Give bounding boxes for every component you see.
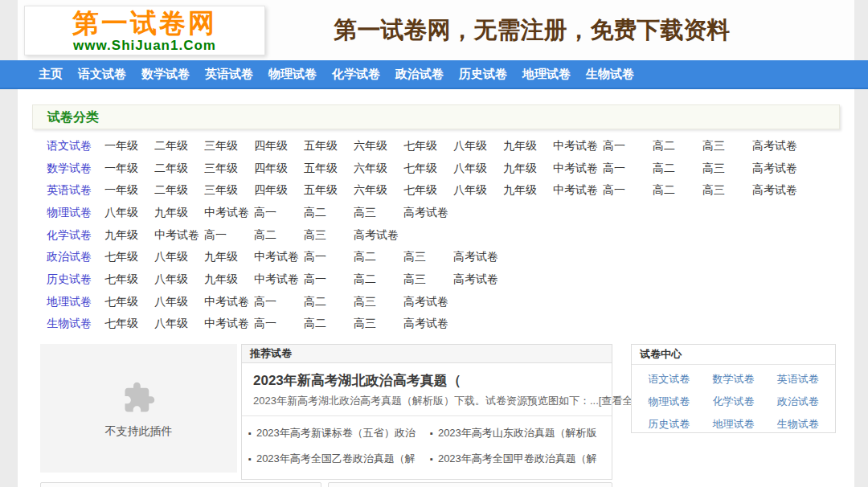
category-link-8-6[interactable]: 高考试卷	[403, 317, 453, 331]
category-link-5-5[interactable]: 高二	[354, 250, 403, 264]
category-link-1-11[interactable]: 高二	[653, 162, 702, 176]
paper-center-link-5[interactable]: 政治试卷	[766, 391, 830, 413]
category-link-1-0[interactable]: 一年级	[104, 162, 154, 176]
category-link-1-12[interactable]: 高三	[702, 162, 752, 176]
category-link-0-11[interactable]: 高二	[653, 139, 702, 153]
category-link-0-3[interactable]: 四年级	[254, 139, 304, 153]
category-link-6-1[interactable]: 八年级	[154, 272, 204, 287]
nav-item-3[interactable]: 英语试卷	[205, 60, 253, 88]
category-link-0-7[interactable]: 八年级	[453, 139, 503, 153]
category-link-3-5[interactable]: 高三	[354, 206, 403, 220]
nav-item-2[interactable]: 数学试卷	[141, 60, 190, 88]
recommended-article-title[interactable]: 2023年新高考湖北政治高考真题（	[253, 371, 604, 390]
category-label-8[interactable]: 生物试卷	[47, 317, 104, 331]
category-link-0-9[interactable]: 中考试卷	[553, 139, 603, 153]
category-link-1-1[interactable]: 二年级	[154, 162, 204, 176]
recommended-item-2[interactable]: 2023年高考全国乙卷政治真题（解	[248, 452, 430, 466]
category-link-6-7[interactable]: 高考试卷	[453, 272, 503, 287]
category-link-3-0[interactable]: 八年级	[104, 206, 154, 220]
nav-item-4[interactable]: 物理试卷	[268, 60, 317, 88]
category-link-3-6[interactable]: 高考试卷	[403, 206, 453, 220]
category-link-5-2[interactable]: 九年级	[204, 250, 254, 264]
nav-item-9[interactable]: 生物试卷	[586, 60, 634, 88]
category-link-6-4[interactable]: 高一	[304, 272, 354, 287]
category-link-8-1[interactable]: 八年级	[154, 317, 204, 331]
category-link-5-0[interactable]: 七年级	[104, 250, 154, 264]
category-link-2-10[interactable]: 高一	[603, 183, 653, 198]
category-link-6-3[interactable]: 中考试卷	[254, 272, 304, 287]
category-link-4-4[interactable]: 高三	[304, 228, 354, 243]
category-label-3[interactable]: 物理试卷	[47, 206, 104, 220]
category-link-7-5[interactable]: 高三	[354, 295, 403, 309]
category-link-0-10[interactable]: 高一	[603, 139, 653, 153]
category-link-4-2[interactable]: 高一	[204, 228, 254, 243]
nav-item-1[interactable]: 语文试卷	[78, 60, 126, 88]
paper-center-link-2[interactable]: 英语试卷	[766, 368, 830, 391]
category-label-2[interactable]: 英语试卷	[47, 183, 104, 198]
category-link-2-13[interactable]: 高考试卷	[752, 183, 802, 198]
category-link-5-4[interactable]: 高一	[304, 250, 354, 264]
category-link-7-3[interactable]: 高一	[254, 295, 304, 309]
category-link-4-1[interactable]: 中考试卷	[154, 228, 204, 243]
category-link-1-4[interactable]: 五年级	[304, 162, 354, 176]
category-link-1-3[interactable]: 四年级	[254, 162, 304, 176]
category-link-6-2[interactable]: 九年级	[204, 272, 254, 287]
category-link-3-2[interactable]: 中考试卷	[204, 206, 254, 220]
category-link-2-8[interactable]: 九年级	[503, 183, 553, 198]
nav-item-6[interactable]: 政治试卷	[395, 60, 444, 88]
category-link-0-1[interactable]: 二年级	[154, 139, 204, 153]
category-link-0-8[interactable]: 九年级	[503, 139, 553, 153]
paper-center-link-3[interactable]: 物理试卷	[637, 391, 701, 413]
category-label-1[interactable]: 数学试卷	[47, 162, 104, 176]
category-link-6-6[interactable]: 高三	[403, 272, 453, 287]
paper-center-link-7[interactable]: 地理试卷	[701, 413, 765, 436]
category-link-5-7[interactable]: 高考试卷	[453, 250, 503, 264]
category-link-2-7[interactable]: 八年级	[453, 183, 503, 198]
nav-item-7[interactable]: 历史试卷	[459, 60, 507, 88]
category-link-0-12[interactable]: 高三	[702, 139, 752, 153]
category-link-3-1[interactable]: 九年级	[154, 206, 204, 220]
category-link-1-13[interactable]: 高考试卷	[752, 162, 802, 176]
category-link-0-2[interactable]: 三年级	[204, 139, 254, 153]
category-link-0-4[interactable]: 五年级	[304, 139, 354, 153]
category-label-4[interactable]: 化学试卷	[47, 228, 104, 243]
recommended-item-0[interactable]: 2023年高考新课标卷（五省）政治	[248, 426, 430, 440]
paper-center-link-0[interactable]: 语文试卷	[637, 368, 701, 391]
category-link-8-3[interactable]: 高一	[254, 317, 304, 331]
category-link-8-5[interactable]: 高三	[354, 317, 403, 331]
recommended-item-1[interactable]: 2023年高考山东政治真题（解析版	[430, 426, 612, 440]
category-link-4-3[interactable]: 高二	[254, 228, 304, 243]
category-link-7-2[interactable]: 中考试卷	[204, 295, 254, 309]
nav-item-5[interactable]: 化学试卷	[332, 60, 380, 88]
nav-item-8[interactable]: 地理试卷	[522, 60, 571, 88]
category-link-2-9[interactable]: 中考试卷	[553, 183, 603, 198]
paper-center-link-1[interactable]: 数学试卷	[701, 368, 765, 391]
category-link-2-4[interactable]: 五年级	[304, 183, 354, 198]
category-link-3-3[interactable]: 高一	[254, 206, 304, 220]
category-link-0-0[interactable]: 一年级	[104, 139, 154, 153]
category-link-1-9[interactable]: 中考试卷	[553, 162, 603, 176]
category-link-0-13[interactable]: 高考试卷	[752, 139, 802, 153]
category-link-4-5[interactable]: 高考试卷	[354, 228, 403, 243]
category-link-1-6[interactable]: 七年级	[403, 162, 453, 176]
category-link-1-7[interactable]: 八年级	[453, 162, 503, 176]
category-link-1-2[interactable]: 三年级	[204, 162, 254, 176]
category-link-5-6[interactable]: 高三	[403, 250, 453, 264]
category-link-2-6[interactable]: 七年级	[403, 183, 453, 198]
site-logo[interactable]: 第一试卷网 www.ShiJuan1.Com	[24, 6, 265, 55]
category-link-1-10[interactable]: 高一	[603, 162, 653, 176]
category-label-6[interactable]: 历史试卷	[47, 272, 104, 287]
category-link-7-6[interactable]: 高考试卷	[403, 295, 453, 309]
category-link-2-12[interactable]: 高三	[702, 183, 752, 198]
category-link-2-5[interactable]: 六年级	[354, 183, 403, 198]
category-label-5[interactable]: 政治试卷	[47, 250, 104, 264]
category-link-4-0[interactable]: 九年级	[104, 228, 154, 243]
category-link-5-3[interactable]: 中考试卷	[254, 250, 304, 264]
nav-item-0[interactable]: 主页	[39, 60, 63, 88]
category-link-6-0[interactable]: 七年级	[104, 272, 154, 287]
category-link-8-4[interactable]: 高二	[304, 317, 354, 331]
category-link-5-1[interactable]: 八年级	[154, 250, 204, 264]
paper-center-link-6[interactable]: 历史试卷	[637, 413, 701, 436]
category-link-0-6[interactable]: 七年级	[403, 139, 453, 153]
category-link-8-0[interactable]: 七年级	[104, 317, 154, 331]
